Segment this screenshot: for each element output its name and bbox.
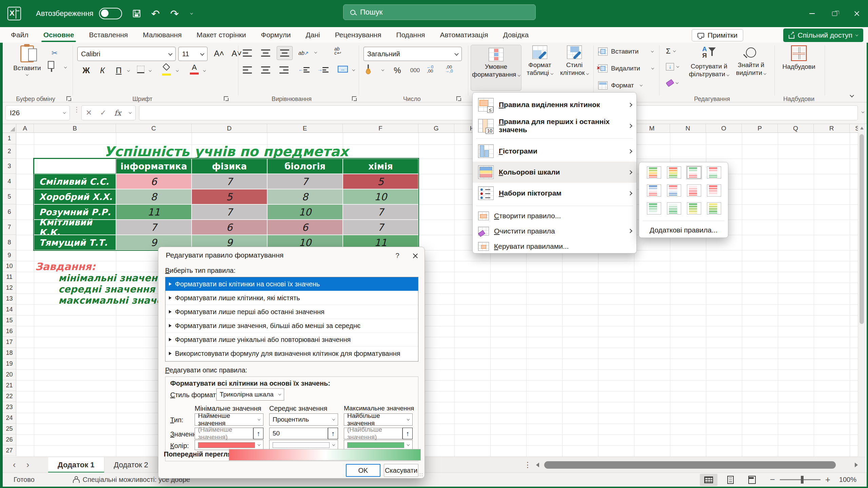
vertical-scrollbar[interactable]: [858, 124, 865, 457]
row-header-18[interactable]: 18: [3, 348, 16, 359]
scroll-options-dots[interactable]: ⋮: [524, 463, 531, 467]
wrap-text-button[interactable]: [334, 47, 341, 55]
grade-cell[interactable]: 10: [267, 204, 343, 220]
underline-button[interactable]: П: [112, 64, 125, 77]
percent-style-button[interactable]: %: [390, 64, 405, 77]
cancel-button[interactable]: Скасувати: [384, 464, 418, 477]
row-header-15[interactable]: 15: [3, 315, 16, 326]
tab-Макет сторінки[interactable]: Макет сторінки: [189, 27, 254, 43]
row-header-8[interactable]: 8: [3, 235, 16, 250]
align-bottom-button[interactable]: [277, 46, 293, 60]
copy-button[interactable]: [51, 64, 52, 72]
row-header-2[interactable]: 2: [3, 144, 16, 159]
fill-button[interactable]: [666, 63, 679, 70]
alignment-dialog-launcher[interactable]: [352, 96, 356, 101]
rule-type-item[interactable]: Форматувати всі клітинки на основі їх зн…: [165, 277, 418, 291]
italic-button[interactable]: К: [96, 64, 109, 77]
row-header-1[interactable]: 1: [3, 133, 16, 144]
excel-app-icon[interactable]: [7, 7, 21, 20]
page-layout-view-button[interactable]: [722, 474, 739, 486]
rule-type-item[interactable]: Форматувати лише перші або останні значе…: [165, 305, 418, 319]
tab-Формули[interactable]: Формули: [253, 27, 298, 43]
select-all-corner[interactable]: [3, 124, 16, 133]
grade-cell[interactable]: 7: [343, 204, 418, 220]
decrease-decimal-button[interactable]: [445, 65, 453, 73]
tab-Автоматизація[interactable]: Автоматизація: [432, 27, 495, 43]
grade-cell[interactable]: 10: [343, 189, 418, 204]
merge-center-button[interactable]: [338, 66, 348, 73]
tab-Подання[interactable]: Подання: [389, 27, 433, 43]
page-break-view-button[interactable]: [743, 474, 761, 486]
menu-item-Набори піктограм[interactable]: Набори піктограм: [473, 183, 636, 204]
menu-item-Кольорові шкали[interactable]: Кольорові шкали: [473, 162, 636, 183]
column-header-O[interactable]: O: [706, 124, 742, 133]
tab-Основне[interactable]: Основне: [36, 27, 82, 43]
tab-Дані[interactable]: Дані: [298, 27, 328, 43]
dialog-close-button[interactable]: [410, 250, 421, 261]
tab-Рецензування[interactable]: Рецензування: [328, 27, 389, 43]
value-min-input[interactable]: (Найменше значення): [195, 428, 253, 439]
align-center-button[interactable]: [261, 66, 270, 74]
row-header-17[interactable]: 17: [3, 337, 16, 348]
comments-button[interactable]: Примітки: [692, 29, 743, 41]
row-header-14[interactable]: 14: [3, 304, 16, 315]
zoom-out-button[interactable]: −: [770, 474, 775, 485]
format-style-select[interactable]: Триколірна шкала: [216, 388, 284, 401]
row-header-6[interactable]: 6: [3, 204, 16, 220]
row-header-26[interactable]: 26: [3, 434, 16, 445]
color-scale-thumb-7[interactable]: [687, 184, 701, 197]
font-name-select[interactable]: Calibri: [77, 47, 176, 61]
grade-cell[interactable]: 6: [116, 174, 192, 189]
number-format-select[interactable]: Загальний: [363, 47, 462, 61]
cell-styles-button[interactable]: Стиліклітинок: [558, 45, 591, 77]
column-header-D[interactable]: D: [192, 124, 267, 133]
clipboard-dialog-launcher[interactable]: [66, 96, 71, 101]
zoom-slider-thumb[interactable]: [801, 476, 804, 484]
row-header-20[interactable]: 20: [3, 369, 16, 380]
enter-entry-icon[interactable]: ✓: [100, 108, 106, 117]
rule-type-item[interactable]: Форматувати лише унікальні або повторюва…: [165, 333, 418, 347]
student-name-cell[interactable]: Сміливий С.С.: [34, 174, 116, 189]
more-rules-item[interactable]: Додаткові правила...: [639, 224, 728, 236]
row-header-3[interactable]: 3: [3, 159, 16, 174]
autosum-button[interactable]: Σ: [666, 47, 675, 56]
tab-Файл[interactable]: Файл: [3, 27, 36, 43]
delete-cells-button[interactable]: Видалити: [598, 64, 654, 73]
value-min-picker[interactable]: [253, 428, 263, 439]
color-scale-thumb-5[interactable]: [647, 184, 661, 197]
dialog-resize-grip[interactable]: [419, 473, 423, 477]
comma-style-button[interactable]: 000: [406, 64, 424, 77]
sort-filter-button[interactable]: Сортувати йфільтрувати: [688, 45, 730, 78]
grade-cell[interactable]: 5: [343, 174, 418, 189]
color-mid-select[interactable]: [269, 440, 338, 450]
student-name-cell[interactable]: Хоробрий Х.Х.: [34, 189, 116, 204]
student-name-cell[interactable]: Кмітливий К.К.: [34, 220, 116, 235]
save-button[interactable]: [130, 6, 144, 21]
grade-cell[interactable]: 11: [116, 204, 192, 220]
value-max-input[interactable]: (Найбільше значення): [344, 428, 402, 439]
row-header-21[interactable]: 21: [3, 380, 16, 391]
row-header-4[interactable]: 4: [3, 174, 16, 189]
decrease-indent-button[interactable]: ←: [298, 66, 310, 73]
row-header-19[interactable]: 19: [3, 359, 16, 369]
orientation-chevron[interactable]: [314, 50, 317, 53]
fill-color-chevron[interactable]: [176, 69, 179, 72]
zoom-in-button[interactable]: +: [825, 474, 830, 485]
grade-cell[interactable]: 7: [192, 174, 267, 189]
rule-type-item[interactable]: Форматувати лише клітинки, які містять: [165, 291, 418, 305]
value-max-picker[interactable]: [402, 428, 413, 439]
fx-chevron[interactable]: [129, 111, 132, 114]
vertical-scrollbar-thumb[interactable]: [860, 134, 864, 324]
color-scale-thumb-11[interactable]: [687, 202, 701, 215]
fill-color-button[interactable]: [162, 64, 171, 77]
sheet-tab-Додаток 2[interactable]: Додаток 2: [104, 457, 158, 473]
color-min-select[interactable]: [195, 440, 263, 450]
borders-button[interactable]: [137, 66, 144, 73]
font-color-chevron[interactable]: [203, 69, 206, 72]
grade-cell[interactable]: 7: [116, 220, 192, 235]
column-header-Q[interactable]: Q: [778, 124, 814, 133]
grade-cell[interactable]: 8: [267, 189, 343, 204]
horizontal-scrollbar-thumb[interactable]: [544, 461, 836, 469]
increase-indent-button[interactable]: →: [317, 66, 329, 73]
find-select-button[interactable]: Знайти йвиділити: [732, 45, 770, 77]
